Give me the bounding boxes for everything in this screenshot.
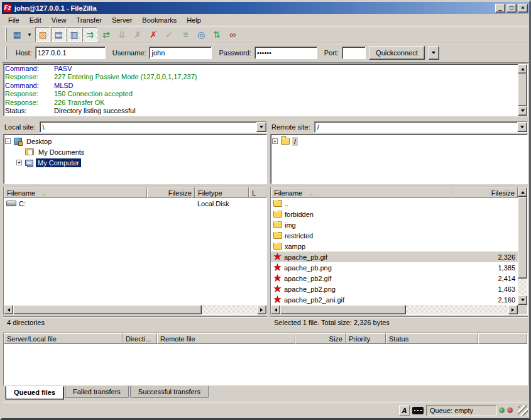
site-manager-icon[interactable]: ▦ (9, 27, 25, 42)
remote-site-dropdown-button[interactable] (517, 122, 527, 132)
queue-list[interactable] (4, 344, 527, 385)
queue-tab[interactable]: Queued files (6, 386, 63, 399)
column-header-filesize[interactable]: Filesize (452, 187, 518, 198)
column-header-remote-file[interactable]: Remote file (157, 333, 295, 344)
queue-tab[interactable]: Successful transfers (130, 386, 209, 398)
remote-vertical-scrollbar[interactable] (518, 187, 527, 314)
log-line: Response: 226 Transfer OK (5, 99, 517, 107)
resize-grip[interactable] (518, 406, 528, 416)
expander-icon[interactable]: - (5, 138, 11, 144)
cancel-transfer-icon[interactable]: ✗ (130, 27, 145, 42)
password-input[interactable] (255, 47, 317, 59)
find-files-icon[interactable]: ∞ (225, 27, 240, 42)
remote-horizontal-scrollbar[interactable] (271, 305, 518, 314)
column-header-filetype[interactable]: Filetype (195, 187, 249, 198)
minimize-button[interactable]: _ (495, 4, 505, 13)
column-header-filesize[interactable]: Filesize (147, 187, 195, 198)
file-row[interactable]: restricted (271, 230, 518, 241)
column-header-filename[interactable]: Filename (271, 187, 452, 198)
port-input[interactable] (342, 47, 366, 59)
username-label: Username: (112, 49, 146, 57)
toolbar-grip[interactable] (5, 28, 7, 41)
file-row[interactable]: xampp (271, 241, 518, 251)
file-row[interactable]: apache_pb.png 1,385 (271, 262, 518, 273)
title-bar[interactable]: Fz john@127.0.0.1 - FileZilla _ □ × (2, 2, 529, 14)
toggle-queue-icon[interactable]: ⇉ (82, 27, 97, 42)
remote-site-combo[interactable]: / (314, 121, 528, 133)
log-line-label: Status: (5, 107, 54, 115)
scroll-down-button[interactable] (518, 106, 527, 116)
local-horizontal-scrollbar[interactable] (4, 305, 266, 314)
scroll-track[interactable] (406, 305, 508, 314)
arrow-down-icon (521, 299, 525, 303)
menu-item[interactable]: View (47, 14, 72, 26)
file-row[interactable]: forbidden (271, 209, 518, 219)
expander-icon[interactable]: + (16, 160, 22, 165)
menu-item[interactable]: Bookmarks (137, 14, 182, 26)
column-header-priority[interactable]: Priority (346, 333, 386, 344)
local-site-dropdown-button[interactable] (256, 122, 266, 132)
refresh-icon[interactable]: ⇄ (99, 27, 114, 42)
toggle-message-log-icon[interactable]: ▨ (35, 27, 50, 42)
filter-icon[interactable]: ≡ (178, 27, 193, 42)
tree-item[interactable]: + / (272, 136, 527, 146)
synchronized-browsing-icon[interactable]: ⇅ (209, 27, 224, 42)
column-header-local-file[interactable]: Server/Local file (4, 333, 123, 344)
file-row[interactable]: apache_pb2_ani.gif 2,160 (271, 294, 518, 305)
close-button[interactable]: × (518, 4, 528, 13)
queue-tab[interactable]: Failed transfers (65, 386, 129, 398)
reconnect-icon[interactable]: ✓ (161, 27, 177, 42)
menu-item[interactable]: Edit (25, 14, 47, 26)
tree-item[interactable]: My Documents (5, 146, 266, 157)
scroll-down-button[interactable] (518, 296, 527, 305)
scroll-up-button[interactable] (518, 64, 527, 74)
column-header-filename[interactable]: Filename (4, 187, 147, 198)
file-row[interactable]: apache_pb.gif 2,326 (271, 251, 518, 262)
tree-item[interactable]: - Desktop (5, 136, 266, 146)
local-site-combo[interactable]: \ (40, 121, 267, 133)
scroll-thumb[interactable] (280, 305, 406, 314)
menu-item[interactable]: Server (107, 14, 137, 26)
file-row[interactable]: apache_pb2.png 1,463 (271, 284, 518, 294)
column-header-direction[interactable]: Directi... (123, 333, 157, 344)
scroll-up-button[interactable] (518, 187, 527, 197)
scroll-left-button[interactable] (4, 305, 13, 314)
scroll-thumb[interactable] (518, 197, 527, 279)
menu-item[interactable]: Transfer (71, 14, 107, 26)
process-queue-icon[interactable]: ⇊ (114, 27, 129, 42)
site-manager-dropdown-icon[interactable]: ▾ (25, 27, 34, 42)
menu-item[interactable]: File (3, 14, 25, 26)
quickconnect-button[interactable]: Quickconnect (369, 46, 425, 60)
scroll-track[interactable] (518, 279, 527, 296)
file-row[interactable]: img (271, 219, 518, 230)
file-row[interactable]: C: Local Disk (4, 198, 266, 209)
scroll-right-button[interactable] (508, 305, 518, 314)
username-input[interactable] (149, 47, 212, 59)
column-header-status[interactable]: Status (386, 333, 478, 344)
file-size: 2,414 (452, 275, 518, 282)
menu-item[interactable]: Help (182, 14, 206, 26)
tree-item[interactable]: + My Computer (5, 157, 266, 168)
maximize-button[interactable]: □ (506, 4, 517, 13)
scroll-right-button[interactable] (257, 305, 266, 314)
file-row[interactable]: .. (271, 198, 518, 209)
expander-icon[interactable]: + (272, 138, 278, 144)
toggle-local-tree-icon[interactable]: ▤ (51, 27, 66, 42)
quickbar-grip[interactable] (5, 47, 7, 59)
host-input[interactable] (35, 47, 106, 59)
scroll-thumb[interactable] (13, 305, 202, 314)
scroll-track[interactable] (202, 305, 257, 314)
transfer-type-indicator-icon[interactable]: A (399, 405, 410, 416)
quickconnect-dropdown-button[interactable] (429, 46, 439, 60)
toggle-remote-tree-icon[interactable]: ▥ (67, 27, 82, 42)
speedlimit-indicator-icon[interactable] (412, 407, 424, 414)
scroll-thumb[interactable] (518, 74, 527, 106)
log-scrollbar[interactable] (518, 64, 527, 116)
file-row[interactable]: apache_pb2.gif 2,414 (271, 273, 518, 284)
column-header-size[interactable]: Size (295, 333, 346, 344)
compare-directories-icon[interactable]: ◎ (194, 27, 209, 42)
disconnect-icon[interactable]: ✗ (146, 27, 161, 42)
column-label: Filename (274, 189, 302, 197)
column-header-lastmodified[interactable]: L (249, 187, 266, 198)
scroll-left-button[interactable] (271, 305, 280, 314)
